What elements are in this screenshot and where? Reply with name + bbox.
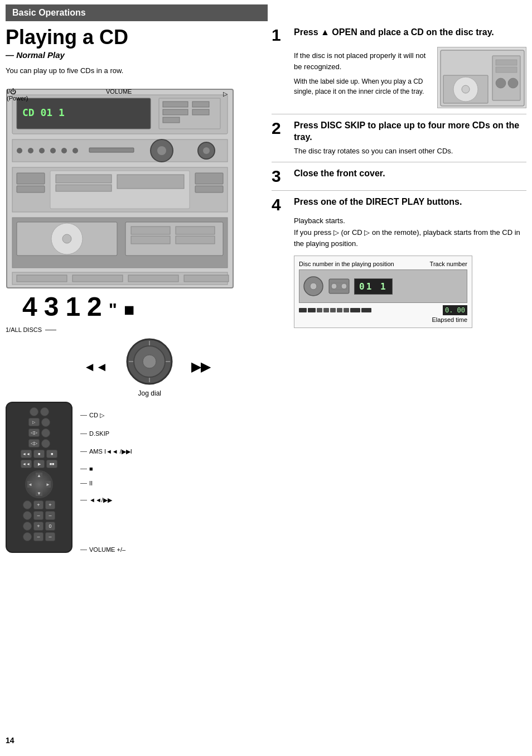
vol-zero: 0 — [45, 522, 55, 531]
step-1-content: If the disc is not placed properly it wi… — [272, 47, 526, 108]
svg-rect-57 — [496, 60, 517, 65]
step-3-header: 3 Close the front cover. — [272, 168, 526, 185]
jog-dial-container: Jog dial — [124, 336, 175, 397]
elapsed-digits: 0. 00 — [443, 305, 467, 315]
remote-joystick: ▲ ▼ ◄ ► — [25, 470, 53, 498]
playback-display-diagram: Disc number in the playing position Trac… — [294, 256, 472, 328]
svg-rect-5 — [163, 102, 188, 107]
remote-row-6: ◄◄ ▶ ■■ — [10, 460, 68, 468]
right-column: 1 Press ▲ OPEN and place a CD on the dis… — [266, 21, 526, 553]
remote-vol-row-4: – – — [10, 532, 68, 541]
remote-stop-btn: ■ — [46, 450, 57, 458]
svg-rect-9 — [192, 109, 209, 115]
svg-point-12 — [28, 148, 33, 153]
display-caption-row: Disc number in the playing position Trac… — [299, 261, 467, 267]
jog-row: ◄◄ Jog dial ▶▶ — [39, 336, 255, 397]
svg-point-47 — [143, 355, 156, 368]
svg-point-16 — [72, 148, 78, 153]
svg-rect-58 — [496, 67, 517, 73]
playback-screen: 01 1 — [299, 269, 467, 303]
ams-label-text: AMS I◄◄ /▶▶I — [89, 448, 132, 455]
svg-point-55 — [462, 85, 470, 93]
playback-cassette-icon — [328, 278, 350, 294]
volume-label-text: VOLUME +/– — [89, 546, 125, 553]
svg-point-19 — [157, 146, 166, 155]
rewind-icon: ◄◄ — [84, 360, 108, 374]
step-3: 3 Close the front cover. — [272, 162, 526, 191]
svg-rect-6 — [163, 109, 188, 115]
pause-label-text: II — [89, 480, 93, 487]
svg-rect-17 — [89, 148, 134, 152]
remote-btn-round-1 — [30, 407, 38, 416]
vol-minus-3: – — [33, 532, 43, 541]
svg-point-34 — [62, 234, 71, 243]
page-number: 14 — [6, 736, 14, 745]
remote-rew-btn: ■ — [33, 450, 45, 458]
section-header: Basic Operations — [6, 4, 268, 21]
volume-arrow-icon: ▷ — [223, 90, 228, 98]
remote-btn-round-2 — [40, 407, 49, 416]
remote-ff-btn: ◄◄ — [21, 450, 32, 458]
remote-row-1 — [10, 407, 68, 416]
step-4-title: Press one of the DIRECT PLAY buttons. — [294, 196, 462, 208]
track-digits: 01 1 — [354, 278, 393, 295]
cd-unit-svg: CD 01 1 — [6, 88, 234, 289]
disc-numbers: 4 3 1 2 " ■ — [22, 291, 255, 322]
vol-btn-3 — [23, 522, 32, 531]
svg-rect-43 — [128, 275, 178, 282]
remote-play-btn: ▷ — [28, 418, 40, 426]
elapsed-time-label: Elapsed time — [432, 316, 467, 323]
step-2-title: Press DISC SKIP to place up to four more… — [294, 120, 526, 143]
forward-icon: ▶▶ — [191, 360, 210, 374]
page-subtitle: — Normal Play — [6, 50, 255, 60]
cd-tray-svg — [438, 47, 526, 108]
vol-plus-2: + — [45, 500, 55, 509]
step-2: 2 Press DISC SKIP to place up to four mo… — [272, 114, 526, 162]
remote-rew2-btn: ◄◄ — [21, 460, 32, 468]
svg-rect-23 — [17, 173, 45, 184]
step-2-header: 2 Press DISC SKIP to place up to four mo… — [272, 120, 526, 156]
remote-label-pause: II — [80, 480, 132, 487]
joy-up: ▲ — [36, 473, 42, 478]
svg-rect-7 — [163, 117, 180, 123]
vol-btn-1 — [23, 500, 32, 509]
vol-plus-3: + — [33, 522, 43, 531]
step-4: 4 Press one of the DIRECT PLAY buttons. … — [272, 191, 526, 334]
volume-label: VOLUME — [106, 88, 132, 95]
remote-row-2: ▷ — [10, 418, 68, 427]
disc-3: 3 — [44, 291, 59, 322]
step-3-number: 3 — [272, 168, 288, 185]
disc-pause: " — [109, 300, 117, 320]
remote-control: ▷ ◁▷ ◁▷ ◄◄ ■ ■ — [6, 402, 72, 553]
svg-point-13 — [39, 148, 45, 153]
svg-rect-36 — [131, 227, 170, 234]
step-2-number: 2 — [272, 120, 288, 137]
step-1-body: If the disc is not placed properly it wi… — [294, 50, 432, 72]
remote-row-4: ◁▷ — [10, 439, 68, 448]
page-title: Playing a CD — [6, 26, 255, 49]
remote-btn-round-5 — [41, 439, 50, 448]
cd-label-text: CD ▷ — [89, 412, 104, 419]
cd-unit-diagram: I/⏻ (Power) VOLUME ▷ CD 01 1 — [6, 88, 245, 289]
joy-left: ◄ — [27, 481, 33, 488]
vol-btn-2 — [23, 511, 32, 520]
svg-point-64 — [331, 283, 337, 289]
svg-rect-30 — [117, 175, 184, 189]
jog-section: 1/ALL DISCS ◄◄ J — [6, 326, 255, 397]
step-1: 1 Press ▲ OPEN and place a CD on the dis… — [272, 21, 526, 114]
step-4-header: 4 Press one of the DIRECT PLAY buttons. — [272, 196, 526, 213]
svg-rect-39 — [176, 236, 215, 244]
remote-ff2-btn: ■■ — [46, 460, 57, 468]
left-column: Playing a CD — Normal Play You can play … — [6, 21, 266, 553]
jog-label: Jog dial — [124, 389, 175, 397]
cd-tray-image — [437, 47, 526, 108]
remote-btn-round-3 — [41, 418, 50, 427]
step-1-header: 1 Press ▲ OPEN and place a CD on the dis… — [272, 27, 526, 44]
svg-rect-41 — [17, 275, 67, 282]
segment-bar: 0. 00 — [299, 305, 467, 315]
svg-point-11 — [17, 148, 22, 153]
svg-rect-29 — [56, 185, 112, 191]
step-3-title: Close the front cover. — [294, 168, 385, 180]
svg-rect-24 — [17, 186, 45, 192]
intro-text: You can play up to five CDs in a row. — [6, 66, 255, 75]
